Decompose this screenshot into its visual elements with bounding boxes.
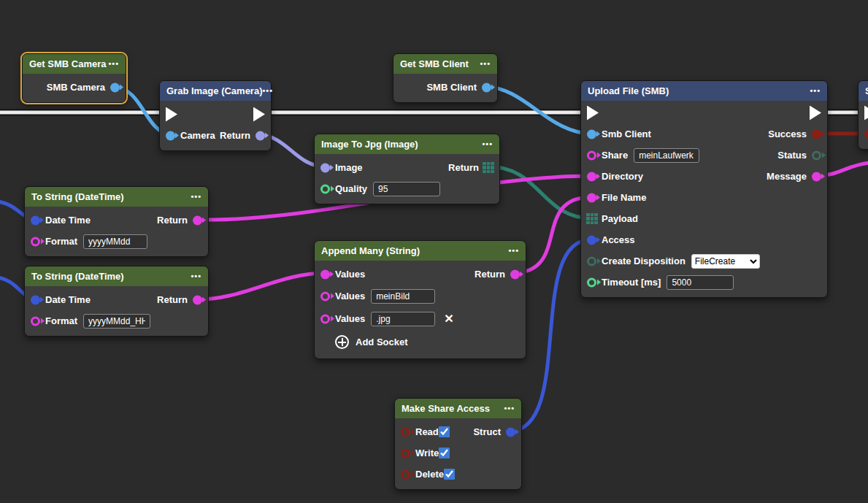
node-header[interactable]: Get SMB Client ••• (393, 54, 497, 74)
node-menu-button[interactable]: ••• (480, 60, 491, 68)
format-field[interactable] (83, 234, 147, 249)
socket-format-input[interactable] (31, 316, 40, 326)
node-editor-canvas[interactable]: Get SMB Camera ••• SMB Camera Grab Image… (0, 0, 868, 503)
share-field[interactable] (634, 148, 699, 163)
node-menu-button[interactable]: ••• (263, 87, 274, 95)
timeout-field[interactable] (667, 275, 734, 290)
input-label-file-name: File Name (602, 192, 646, 203)
socket-return-output[interactable] (256, 131, 265, 140)
socket-camera-input[interactable] (166, 131, 175, 140)
exec-row (581, 102, 827, 123)
node-to-string-2[interactable]: To String (DateTime) ••• Date Time Retur… (24, 266, 209, 337)
wire-jpgreturn-to-payload[interactable] (488, 166, 591, 218)
socket-quality-input[interactable] (320, 184, 330, 193)
node-header[interactable]: To String (DateTime) ••• (25, 187, 208, 207)
socket-smb-camera-output[interactable] (110, 82, 120, 92)
input-row: Delete (395, 464, 521, 485)
node-grab-image[interactable]: Grab Image (Camera) ••• Camera Return (159, 80, 272, 151)
add-socket-button[interactable]: Add Socket (315, 330, 526, 354)
socket-datetime-input[interactable] (31, 215, 40, 225)
input-label-format: Format (45, 236, 77, 247)
socket-write-input[interactable] (401, 448, 410, 458)
io-row: Date Time Return (25, 289, 208, 310)
socket-directory-input[interactable] (587, 172, 596, 181)
socket-read-input[interactable] (401, 427, 410, 437)
node-menu-button[interactable]: ••• (482, 140, 493, 148)
node-image-to-jpg[interactable]: Image To Jpg (Image) ••• Image Return Qu… (314, 134, 500, 204)
output-label-smb-camera: SMB Camera (47, 82, 105, 93)
socket-values3-input[interactable] (320, 314, 330, 323)
write-checkbox[interactable] (439, 448, 450, 458)
node-to-string-1[interactable]: To String (DateTime) ••• Date Time Retur… (24, 186, 209, 257)
socket-smb-client-input[interactable] (587, 129, 596, 139)
socket-message-output[interactable] (812, 172, 821, 181)
socket-payload-grid[interactable] (586, 213, 598, 225)
io-row: Smb Client Success (581, 123, 827, 145)
node-header[interactable]: Append Many (String) ••• (315, 241, 526, 261)
create-disposition-select[interactable]: FileCreate (691, 254, 760, 269)
socket-struct-output[interactable] (506, 427, 515, 437)
input-row: Quality (315, 178, 499, 199)
node-partial-right[interactable]: S (858, 80, 868, 150)
node-menu-button[interactable]: ••• (191, 193, 201, 201)
socket-status-output[interactable] (812, 150, 821, 160)
exec-in-pin[interactable] (166, 107, 177, 122)
node-title: Append Many (String) (321, 245, 420, 256)
input-label-timeout: Timeout [ms] (602, 277, 661, 288)
exec-in-pin[interactable] (864, 106, 868, 120)
socket-smb-client-output[interactable] (482, 82, 491, 92)
output-row: SMB Camera (23, 77, 126, 98)
node-upload-file[interactable]: Upload File (SMB) ••• Smb Client Success… (580, 80, 828, 298)
node-menu-button[interactable]: ••• (508, 247, 519, 255)
node-append-many[interactable]: Append Many (String) ••• Values Return V… (314, 240, 526, 359)
socket-format-input[interactable] (31, 237, 40, 246)
node-menu-button[interactable]: ••• (504, 404, 515, 412)
node-menu-button[interactable]: ••• (810, 87, 821, 95)
node-header[interactable]: Upload File (SMB) ••• (581, 81, 827, 101)
format-field[interactable] (83, 314, 150, 329)
node-header[interactable]: Get SMB Camera ••• (23, 54, 126, 74)
wire-tostring2-to-values[interactable] (196, 273, 325, 299)
node-header[interactable]: Image To Jpg (Image) ••• (315, 134, 499, 154)
socket-share-input[interactable] (587, 150, 596, 160)
input-row: File Name (581, 187, 827, 208)
socket-datetime-input[interactable] (31, 295, 40, 304)
node-menu-button[interactable]: ••• (108, 60, 119, 68)
input-label-datetime: Date Time (45, 294, 91, 305)
output-label-return: Return (157, 294, 188, 305)
socket-delete-input[interactable] (401, 469, 410, 479)
remove-socket-button[interactable]: ✕ (444, 313, 453, 325)
socket-timeout-input[interactable] (587, 277, 596, 287)
node-header[interactable]: Make Share Access ••• (395, 399, 521, 418)
node-title: To String (DateTime) (31, 271, 124, 282)
socket-access-input[interactable] (587, 235, 596, 245)
socket-return-grid[interactable] (483, 162, 494, 174)
socket-image-input[interactable] (320, 163, 330, 172)
socket-return-output[interactable] (193, 215, 202, 225)
delete-checkbox[interactable] (444, 469, 455, 480)
exec-out-pin[interactable] (810, 106, 821, 120)
node-header[interactable]: S (859, 81, 868, 101)
node-make-share-access[interactable]: Make Share Access ••• Read Struct Write … (394, 398, 522, 490)
input-label-values2: Values (335, 291, 365, 302)
socket-file-name-input[interactable] (587, 193, 596, 202)
values3-field[interactable] (371, 312, 435, 326)
node-menu-button[interactable]: ••• (191, 272, 201, 280)
socket-return-output[interactable] (510, 269, 520, 279)
exec-out-pin[interactable] (253, 107, 265, 122)
input-label-image: Image (335, 162, 363, 173)
socket-return-output[interactable] (193, 295, 202, 304)
socket-values1-input[interactable] (320, 269, 330, 279)
node-get-smb-client[interactable]: Get SMB Client ••• SMB Client (393, 53, 498, 103)
node-header[interactable]: Grab Image (Camera) ••• (160, 81, 271, 101)
node-header[interactable]: To String (DateTime) ••• (25, 266, 208, 286)
socket-create-disposition-input[interactable] (587, 256, 596, 266)
socket-success-output[interactable] (812, 129, 821, 139)
read-checkbox[interactable] (439, 426, 450, 437)
quality-field[interactable] (373, 182, 440, 196)
socket-input[interactable] (864, 129, 868, 139)
socket-values2-input[interactable] (320, 291, 330, 301)
exec-in-pin[interactable] (587, 106, 599, 120)
node-get-smb-camera[interactable]: Get SMB Camera ••• SMB Camera (22, 53, 126, 103)
values2-field[interactable] (371, 289, 435, 304)
